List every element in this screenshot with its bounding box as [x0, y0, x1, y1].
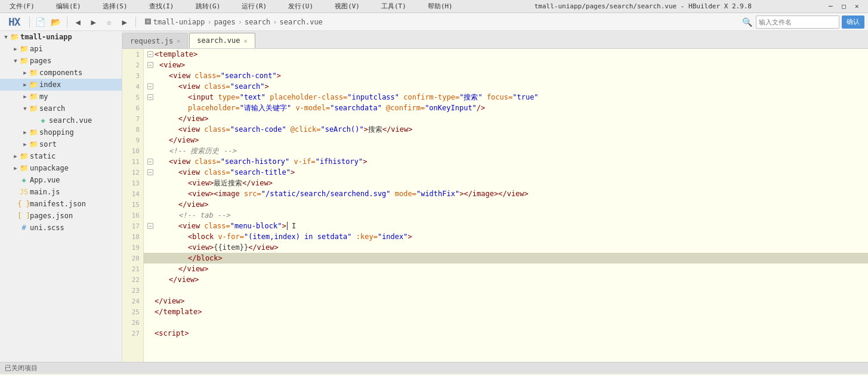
- search-arrow: ▼: [21, 105, 29, 112]
- ln-22: 22: [122, 274, 143, 285]
- breadcrumb-file[interactable]: search.vue: [280, 18, 323, 26]
- tab-search-vue-close[interactable]: ✕: [244, 38, 248, 44]
- code-13-tag2: </view>: [242, 179, 273, 187]
- code-18-val2: "index": [378, 233, 408, 241]
- tab-request-js-close[interactable]: ✕: [177, 38, 180, 44]
- sidebar-item-shopping[interactable]: ▶ 📁 shopping: [0, 126, 122, 138]
- code-8-tag1: <view: [178, 125, 204, 134]
- sidebar-my-label: my: [39, 92, 48, 101]
- fold-icon-11[interactable]: −: [147, 159, 153, 165]
- sidebar-item-main-js[interactable]: JS main.js: [0, 186, 122, 198]
- menu-select[interactable]: 选择(S): [98, 1, 132, 12]
- fold-icon-5[interactable]: −: [147, 94, 153, 100]
- minimize-button[interactable]: ─: [829, 2, 837, 11]
- ln-21: 21: [122, 264, 143, 274]
- sidebar-item-unpackage[interactable]: ▶ 📁 unpackage: [0, 162, 122, 174]
- ln-2: 2: [122, 60, 143, 70]
- breadcrumb-arrow-2: ›: [238, 18, 242, 26]
- sidebar-item-my[interactable]: ▶ 📁 my: [0, 91, 122, 103]
- sidebar-item-pages[interactable]: ▼ 📁 pages: [0, 55, 122, 67]
- code-line-21: − </view>: [144, 264, 868, 274]
- sidebar-app-vue-label: App.vue: [30, 176, 60, 184]
- ln-15: 15: [122, 199, 143, 210]
- tab-bar: request.js ✕ search.vue ✕: [122, 31, 868, 49]
- root-folder-icon: 📁: [10, 32, 19, 42]
- sidebar-item-static[interactable]: ▶ 📁 static: [0, 150, 122, 162]
- menu-view[interactable]: 视图(V): [330, 1, 365, 12]
- index-folder-icon: 📁: [29, 80, 38, 89]
- ln-26: 26: [122, 317, 143, 328]
- code-line-1: − <template>: [144, 49, 868, 60]
- sidebar-root[interactable]: ▼ 📁 tmall-uniapp: [0, 31, 122, 43]
- code-tag-view-open-2: <view>: [159, 61, 185, 69]
- code-11-attr1: class=: [194, 157, 220, 166]
- breadcrumb-root[interactable]: tmall-uniapp: [153, 18, 205, 26]
- main-js-arrow: [12, 188, 19, 196]
- code-editor[interactable]: 1 2 3 4 5 6 7 8 9 10 11 12 13 14 15 16 1: [122, 49, 868, 362]
- sidebar-item-pages-json[interactable]: [ ] pages.json: [0, 210, 122, 222]
- fold-icon-17[interactable]: −: [147, 223, 153, 229]
- menu-goto[interactable]: 跳转(G): [191, 1, 226, 12]
- breadcrumb-search[interactable]: search: [245, 18, 270, 26]
- sidebar-item-components[interactable]: ▶ 📁 components: [0, 67, 122, 79]
- code-17-attr1: class=: [204, 222, 230, 230]
- tab-search-vue[interactable]: search.vue ✕: [189, 33, 255, 48]
- sidebar-item-app-vue[interactable]: ◈ App.vue: [0, 174, 122, 186]
- menu-run[interactable]: 运行(R): [237, 1, 271, 12]
- sidebar-item-index[interactable]: ▶ 📁 index: [0, 79, 122, 91]
- menu-tools[interactable]: 工具(T): [376, 1, 411, 12]
- sidebar-manifest-label: manifest.json: [30, 200, 86, 208]
- status-bar: 已关闭项目: [0, 362, 868, 374]
- fold-icon-4[interactable]: −: [147, 83, 153, 89]
- sidebar-unpackage-label: unpackage: [30, 164, 69, 172]
- bookmark-button[interactable]: ☆: [103, 16, 116, 29]
- forward-button[interactable]: ▶: [87, 16, 100, 29]
- line-numbers: 1 2 3 4 5 6 7 8 9 10 11 12 13 14 15 16 1: [122, 49, 144, 362]
- menu-bar-items: 文件(F) 编辑(E) 选择(S) 查找(I) 跳转(G) 运行(R) 发行(U…: [5, 1, 458, 12]
- tab-request-js[interactable]: request.js ✕: [122, 33, 188, 48]
- code-line-4: − <view class="search">: [144, 81, 868, 92]
- api-folder-icon: 📁: [19, 44, 29, 54]
- sidebar-item-manifest-json[interactable]: { } manifest.json: [0, 198, 122, 210]
- code-19-text: {{item}}: [214, 243, 248, 252]
- code-4-attr1: class=: [204, 82, 230, 91]
- search-file-input[interactable]: [756, 16, 839, 29]
- sidebar-item-search[interactable]: ▼ 📁 search: [0, 103, 122, 114]
- menu-file[interactable]: 文件(F): [5, 1, 39, 12]
- code-line-23: −: [144, 285, 868, 296]
- confirm-button[interactable]: 确认: [842, 16, 864, 29]
- code-5-tag1: <input: [188, 93, 218, 101]
- run-button[interactable]: ▶: [118, 16, 131, 29]
- menu-publish[interactable]: 发行(U): [283, 1, 318, 12]
- breadcrumb-pages[interactable]: pages: [214, 18, 236, 26]
- code-line-10: − <!-- 搜索历史 -->: [144, 145, 868, 156]
- menu-help[interactable]: 帮助(H): [423, 1, 458, 12]
- code-6-val2: "searchdata": [330, 104, 382, 112]
- open-file-button[interactable]: 📂: [50, 16, 63, 29]
- code-16-comment: <!-- tab -->: [178, 211, 230, 219]
- toolbar: HX 📄 📂 ◀ ▶ ☆ ▶ 🅷 tmall-uniapp › pages › …: [0, 13, 868, 31]
- menu-edit[interactable]: 编辑(E): [51, 1, 86, 12]
- sidebar-item-uni-css[interactable]: # uni.scss: [0, 222, 122, 234]
- sidebar-item-search-vue[interactable]: ◈ search.vue: [0, 114, 122, 126]
- fold-icon-1[interactable]: −: [147, 51, 153, 57]
- maximize-button[interactable]: □: [842, 2, 850, 11]
- sidebar-item-api[interactable]: ▶ 📁 api: [0, 43, 122, 55]
- code-line-16: − <!-- tab -->: [144, 210, 868, 221]
- code-line-14: − <view><image src="/static/search/searc…: [144, 188, 868, 199]
- back-button[interactable]: ◀: [72, 16, 85, 29]
- code-17-tag1: <view: [178, 222, 204, 230]
- menu-find[interactable]: 查找(I): [144, 1, 179, 12]
- code-18-tag2: >: [408, 233, 412, 241]
- code-line-19: − <view>{{item}}</view>: [144, 242, 868, 253]
- code-20-tag1: </block>: [188, 254, 223, 262]
- fold-icon-2[interactable]: −: [147, 62, 153, 68]
- sidebar-shopping-label: shopping: [39, 128, 74, 137]
- code-3-tag1: <view: [169, 72, 194, 80]
- code-lines: − <template> − <view> − <view class="sea…: [144, 49, 868, 362]
- sidebar-item-sort[interactable]: ▶ 📁 sort: [0, 138, 122, 150]
- new-file-button[interactable]: 📄: [34, 16, 47, 29]
- fold-icon-12[interactable]: −: [147, 169, 153, 175]
- code-line-15: − </view>: [144, 199, 868, 210]
- close-button[interactable]: ✕: [855, 2, 863, 11]
